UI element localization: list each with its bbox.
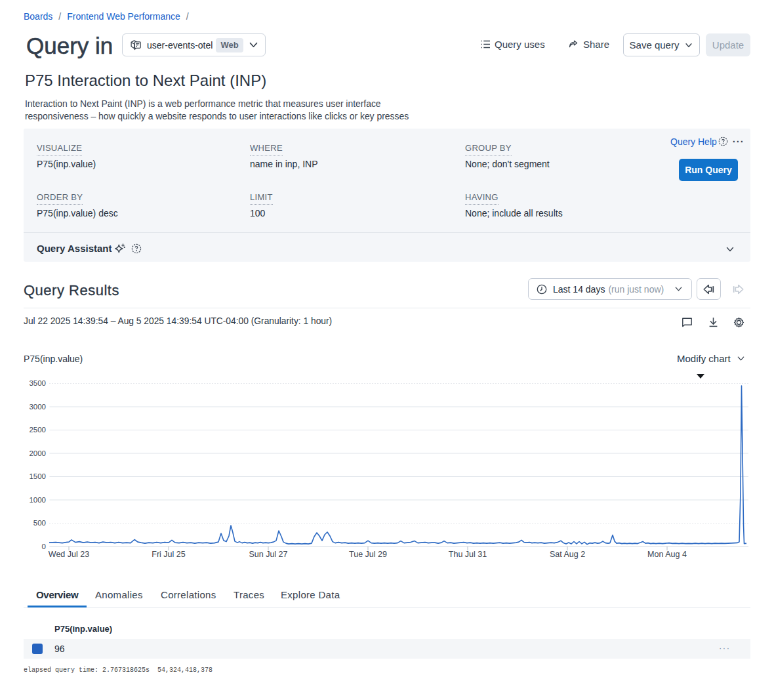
svg-text:2000: 2000: [29, 449, 46, 457]
svg-text:Mon Aug 4: Mon Aug 4: [647, 550, 687, 559]
svg-text:Wed Jul 23: Wed Jul 23: [49, 550, 89, 559]
svg-text:1500: 1500: [29, 472, 46, 480]
svg-text:2500: 2500: [29, 426, 46, 434]
svg-text:Tue Jul 29: Tue Jul 29: [349, 550, 387, 559]
svg-text:3000: 3000: [29, 403, 46, 411]
svg-text:Fri Jul 25: Fri Jul 25: [152, 550, 185, 559]
svg-text:1000: 1000: [29, 496, 46, 504]
svg-text:0: 0: [42, 543, 46, 550]
svg-text:500: 500: [33, 519, 46, 527]
svg-text:Sat Aug 2: Sat Aug 2: [550, 550, 585, 559]
svg-text:3500: 3500: [29, 379, 46, 387]
svg-text:Thu Jul 31: Thu Jul 31: [449, 550, 487, 559]
svg-text:Sun Jul 27: Sun Jul 27: [249, 550, 287, 559]
